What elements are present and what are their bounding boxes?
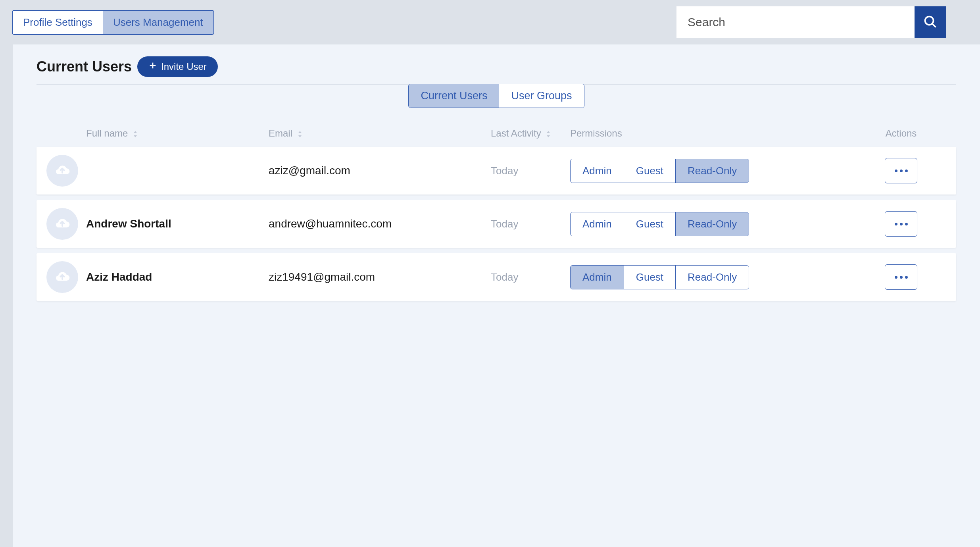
permission-admin-button[interactable]: Admin — [571, 266, 624, 289]
permission-group: AdminGuestRead-Only — [570, 212, 749, 236]
more-dots-icon — [894, 169, 909, 172]
avatar — [46, 208, 78, 240]
upload-cloud-icon — [54, 161, 71, 180]
search-icon — [923, 15, 938, 30]
last-activity-cell: Today — [491, 165, 570, 177]
col-header-email[interactable]: Email — [269, 128, 491, 139]
col-header-last-activity[interactable]: Last Activity — [491, 128, 570, 139]
email-cell: aziz@gmail.com — [269, 164, 491, 177]
permission-guest-button[interactable]: Guest — [624, 212, 676, 236]
col-header-permissions: Permissions — [570, 128, 856, 139]
users-table: Full name Email Last Activity Permission… — [37, 128, 956, 301]
permission-group: AdminGuestRead-Only — [570, 159, 749, 183]
invite-user-button[interactable]: Invite User — [137, 56, 218, 77]
sub-tabs: Current Users User Groups — [408, 84, 584, 108]
invite-user-label: Invite User — [161, 61, 207, 72]
top-bar: Profile Settings Users Management — [0, 0, 980, 44]
upload-cloud-icon — [54, 214, 71, 233]
sort-icon — [298, 131, 302, 137]
nav-tab-profile-settings[interactable]: Profile Settings — [13, 11, 103, 34]
svg-point-0 — [925, 16, 934, 25]
last-activity-cell: Today — [491, 218, 570, 230]
avatar — [46, 155, 78, 187]
col-header-full-name[interactable]: Full name — [86, 128, 269, 139]
upload-cloud-icon — [54, 268, 71, 287]
full-name-cell: Andrew Shortall — [86, 218, 269, 230]
sub-tabs-row: Current Users User Groups — [37, 84, 956, 112]
table-row: Andrew Shortallandrew@huamnitec.comToday… — [37, 200, 956, 248]
sort-icon — [546, 131, 551, 137]
row-actions-button[interactable] — [885, 264, 917, 290]
page-header: Current Users Invite User — [37, 56, 956, 77]
row-actions-button[interactable] — [885, 211, 917, 237]
permission-admin-button[interactable]: Admin — [571, 159, 624, 183]
permission-guest-button[interactable]: Guest — [624, 266, 676, 289]
plus-icon — [148, 61, 157, 72]
content-panel: Current Users Invite User Current Users … — [13, 44, 980, 547]
permission-readonly-button[interactable]: Read-Only — [676, 159, 749, 183]
email-cell: ziz19491@gmail.com — [269, 271, 491, 283]
sub-tab-current-users[interactable]: Current Users — [409, 84, 499, 108]
nav-tab-users-management[interactable]: Users Management — [103, 11, 213, 34]
search-input[interactable] — [676, 6, 915, 38]
last-activity-cell: Today — [491, 271, 570, 283]
permission-admin-button[interactable]: Admin — [571, 212, 624, 236]
table-row: aziz@gmail.comTodayAdminGuestRead-Only — [37, 147, 956, 195]
table-row: Aziz Haddadziz19491@gmail.comTodayAdminG… — [37, 253, 956, 301]
row-actions-button[interactable] — [885, 158, 917, 183]
search-container — [676, 6, 946, 38]
nav-tabs: Profile Settings Users Management — [12, 10, 214, 35]
more-dots-icon — [894, 276, 909, 279]
sort-icon — [133, 131, 138, 137]
permission-readonly-button[interactable]: Read-Only — [676, 212, 749, 236]
email-cell: andrew@huamnitec.com — [269, 218, 491, 230]
avatar — [46, 261, 78, 293]
col-header-actions: Actions — [856, 128, 946, 139]
svg-line-1 — [932, 23, 936, 27]
permission-guest-button[interactable]: Guest — [624, 159, 676, 183]
permission-group: AdminGuestRead-Only — [570, 265, 749, 289]
sub-tab-user-groups[interactable]: User Groups — [499, 84, 584, 108]
page-title: Current Users — [37, 58, 132, 75]
search-button[interactable] — [915, 6, 946, 38]
full-name-cell: Aziz Haddad — [86, 271, 269, 283]
more-dots-icon — [894, 223, 909, 225]
table-header: Full name Email Last Activity Permission… — [37, 128, 956, 147]
permission-readonly-button[interactable]: Read-Only — [676, 266, 749, 289]
